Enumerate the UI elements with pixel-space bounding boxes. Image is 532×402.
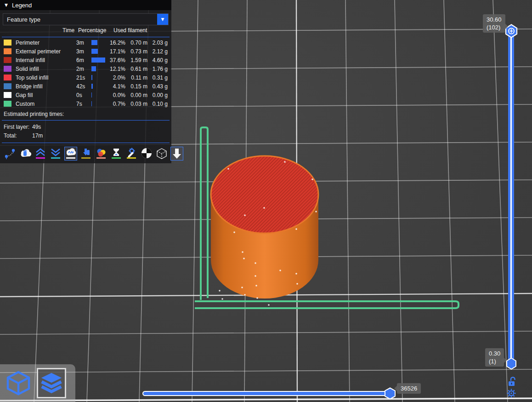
feature-percentage-bar <box>91 75 92 80</box>
feature-filament-length: 0.00 m <box>125 92 147 98</box>
feature-percentage: 37.6% <box>108 57 125 63</box>
legend-row: Internal infill 6m 37.6% 1.59 m 4.60 g <box>0 56 171 64</box>
feature-percentage: 4.1% <box>108 83 125 90</box>
divider <box>2 120 170 121</box>
view-type-select[interactable]: Feature type ▼ <box>3 13 169 25</box>
legend-rows: Perimeter 3m 16.2% 0.70 m 2.03 g Externa… <box>0 38 171 108</box>
feature-time: 42s <box>76 83 91 90</box>
printed-object-cylinder <box>211 156 318 306</box>
feature-percentage-bar <box>91 40 97 45</box>
collapse-triangle-icon[interactable]: ▼ <box>5 3 8 7</box>
feature-filament-weight: 0.43 g <box>147 83 168 90</box>
layer-slider-stripe <box>510 29 512 364</box>
total-label: Total: <box>4 132 32 139</box>
feature-time: 7s <box>76 101 91 107</box>
pause-prints-icon[interactable] <box>110 147 123 161</box>
legend-panel: ▼ Legend Feature type ▼ Time Percentage … <box>0 0 171 163</box>
first-layer-value: 49s <box>32 124 41 130</box>
column-header-time: Time <box>62 27 74 34</box>
feature-filament-length: 0.11 m <box>125 75 147 81</box>
feature-time: 21s <box>76 75 91 81</box>
feature-name: Solid infill <box>16 66 76 72</box>
editor-3d-view-button[interactable] <box>4 368 33 398</box>
feature-percentage: 2.0% <box>108 75 125 81</box>
feature-filament-weight: 0.00 g <box>147 92 168 98</box>
view-type-selected-value: Feature type <box>3 16 157 23</box>
feature-percentage-bar <box>91 66 96 71</box>
feature-color-swatch <box>4 75 11 80</box>
feature-filament-length: 0.73 m <box>125 48 147 55</box>
legend-column-headers: Time Percentage Used filament <box>0 27 171 35</box>
layers-preview-button[interactable] <box>37 368 66 398</box>
column-header-percentage: Percentage <box>78 27 106 34</box>
feature-filament-weight: 2.12 g <box>147 48 168 55</box>
feature-time: 6m <box>76 57 91 63</box>
feature-color-swatch <box>4 66 11 72</box>
layer-slider-bottom-thumb[interactable] <box>506 357 517 370</box>
feature-name: Custom <box>16 101 76 107</box>
color-changes-icon[interactable] <box>95 147 108 161</box>
deretractions-icon[interactable] <box>49 147 62 161</box>
feature-percentage: 0.0% <box>108 92 125 98</box>
total-value: 17m <box>32 132 43 139</box>
feature-time: 3m <box>76 40 91 46</box>
divider <box>2 37 170 37</box>
legend-row: Gap fill 0s 0.0% 0.00 m 0.00 g <box>0 91 171 99</box>
wireframe-box-icon[interactable] <box>155 147 168 161</box>
feature-percentage-bar <box>91 57 105 63</box>
feature-color-swatch <box>4 57 11 63</box>
feature-color-swatch <box>4 92 11 98</box>
legend-row: External perimeter 3m 17.1% 0.73 m 2.12 … <box>0 47 171 56</box>
layer-slider-track[interactable] <box>508 28 514 366</box>
feature-filament-length: 0.03 m <box>125 101 147 107</box>
feature-filament-weight: 0.10 g <box>147 101 168 107</box>
feature-percentage-bar <box>91 101 92 106</box>
top-layer-height: 30.60 <box>487 16 502 23</box>
gear-icon[interactable] <box>506 388 516 398</box>
dropdown-arrow-button[interactable]: ▼ <box>157 14 168 25</box>
view-switch-toolbar <box>0 364 75 402</box>
move-slider-thumb[interactable] <box>384 387 396 400</box>
feature-filament-weight: 0.31 g <box>147 75 168 81</box>
bottom-layer-height: 0.30 <box>489 350 500 357</box>
feature-color-swatch <box>4 40 11 46</box>
legend-row: Perimeter 3m 16.2% 0.70 m 2.03 g <box>0 38 171 47</box>
feature-filament-length: 0.70 m <box>125 40 147 46</box>
feature-time: 2m <box>76 66 91 72</box>
feature-color-swatch <box>4 83 11 89</box>
travel-paths-icon[interactable] <box>4 147 17 161</box>
feature-name: Bridge infill <box>16 83 76 90</box>
legend-panel-header[interactable]: ▼ Legend <box>0 0 171 10</box>
wipe-icon[interactable] <box>19 147 32 161</box>
custom-gcodes-icon[interactable] <box>125 147 138 161</box>
feature-percentage: 17.1% <box>108 48 125 55</box>
move-slider-tooltip: 36526 <box>397 383 421 394</box>
legend-row: Bridge infill 42s 4.1% 0.15 m 0.43 g <box>0 82 171 91</box>
feature-percentage: 16.2% <box>108 40 125 46</box>
top-layer-number: (102) <box>487 23 502 31</box>
retractions-icon[interactable] <box>34 147 47 161</box>
legend-row: Top solid infill 21s 2.0% 0.11 m 0.31 g <box>0 73 171 82</box>
lock-icon[interactable] <box>507 377 517 387</box>
seams-icon[interactable] <box>64 147 77 161</box>
preview-options-toolbar <box>0 144 171 161</box>
feature-color-swatch <box>4 48 11 54</box>
move-index: 36526 <box>401 385 417 392</box>
feature-name: Perimeter <box>16 40 76 46</box>
feature-filament-weight: 1.76 g <box>147 66 168 72</box>
first-layer-row: First layer: 49s <box>0 121 171 130</box>
total-time-row: Total: 17m <box>0 130 171 139</box>
move-slider-track[interactable] <box>142 391 394 396</box>
shells-icon[interactable] <box>140 147 153 161</box>
feature-filament-length: 0.15 m <box>125 83 147 90</box>
chevron-down-icon: ▼ <box>161 17 164 22</box>
feature-filament-length: 0.61 m <box>125 66 147 72</box>
tool-changes-icon[interactable] <box>79 147 92 161</box>
feature-filament-weight: 4.60 g <box>147 57 168 63</box>
bottom-layer-number: (1) <box>489 357 500 365</box>
feature-percentage-bar <box>91 84 93 89</box>
feature-filament-length: 1.59 m <box>125 57 147 63</box>
legend-row: Custom 7s 0.7% 0.03 m 0.10 g <box>0 99 171 108</box>
object-marker-icon[interactable] <box>170 147 183 161</box>
feature-name: Top solid infill <box>16 75 76 81</box>
